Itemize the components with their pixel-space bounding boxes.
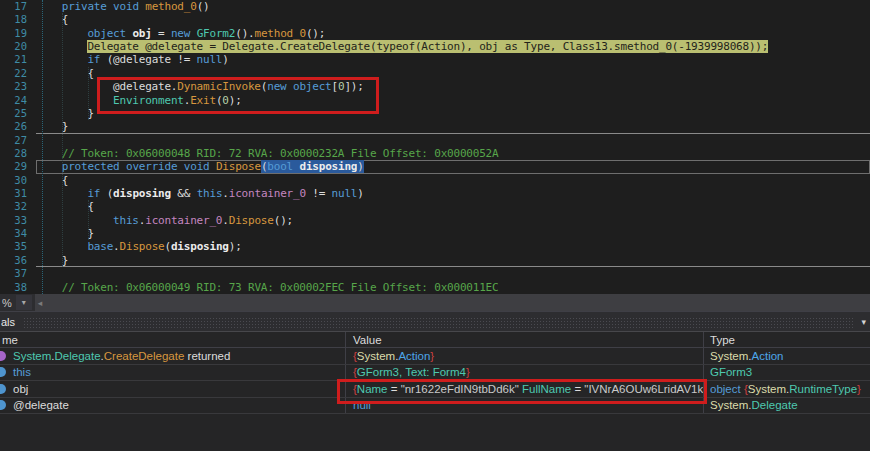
line-number[interactable]: 31 <box>0 187 36 200</box>
code-line[interactable]: 29 protected override void Dispose(bool … <box>0 160 870 173</box>
code-line[interactable]: 28 // Token: 0x06000048 RID: 72 RVA: 0x0… <box>0 147 870 160</box>
column-header-name[interactable]: me <box>0 332 345 347</box>
code-text: Delegate @delegate = Delegate.CreateDele… <box>36 40 870 53</box>
indent-guide <box>62 13 63 267</box>
local-variable-icon <box>0 384 6 394</box>
code-lines: 17 private void method_0()18 {19 object … <box>0 0 870 294</box>
line-number[interactable]: 24 <box>0 94 36 107</box>
code-text <box>36 267 870 280</box>
code-line[interactable]: 38 // Token: 0x06000049 RID: 73 RVA: 0x0… <box>0 281 870 294</box>
column-header-type[interactable]: Type <box>703 332 870 347</box>
locals-title-bar: als ▾ <box>0 312 870 331</box>
code-text: } <box>36 254 870 267</box>
zoom-percent-label: % <box>0 297 16 309</box>
locals-name-cell[interactable]: obj <box>0 381 345 397</box>
line-number[interactable]: 28 <box>0 147 36 160</box>
locals-column-headers: me Value Type <box>0 331 870 348</box>
locals-name-cell[interactable]: this <box>0 365 345 381</box>
line-number[interactable]: 19 <box>0 27 36 40</box>
code-line[interactable]: 20 Delegate @delegate = Delegate.CreateD… <box>0 40 870 53</box>
code-line[interactable]: 18 { <box>0 13 870 26</box>
line-number[interactable]: 33 <box>0 214 36 227</box>
code-text: // Token: 0x06000049 RID: 73 RVA: 0x0000… <box>36 281 870 294</box>
code-line[interactable]: 26 } <box>0 120 870 133</box>
locals-name-cell[interactable]: System.Delegate.CreateDelegate returned <box>0 348 345 364</box>
locals-row[interactable]: System.Delegate.CreateDelegate returned{… <box>0 348 870 365</box>
code-editor: 17 private void method_0()18 {19 object … <box>0 0 870 294</box>
line-number[interactable]: 18 <box>0 13 36 26</box>
code-text: } <box>36 120 870 133</box>
indent-guide <box>88 67 89 120</box>
code-line[interactable]: 33 this.icontainer_0.Dispose(); <box>0 214 870 227</box>
code-line[interactable]: 31 if (disposing && this.icontainer_0 !=… <box>0 187 870 200</box>
scroll-left-icon[interactable]: ◂ <box>35 298 43 308</box>
chevron-down-icon[interactable]: ▾ <box>861 317 870 327</box>
line-number[interactable]: 21 <box>0 53 36 66</box>
code-text: base.Dispose(disposing); <box>36 240 870 253</box>
line-number[interactable]: 25 <box>0 107 36 120</box>
line-number[interactable]: 30 <box>0 174 36 187</box>
line-number[interactable]: 17 <box>0 0 36 13</box>
gutter-separator <box>42 0 43 294</box>
locals-value-cell[interactable]: {System.Action} <box>345 348 703 364</box>
line-number[interactable]: 35 <box>0 240 36 253</box>
code-line[interactable]: 19 object obj = new GForm2().method_0(); <box>0 27 870 40</box>
returned-value-icon <box>0 351 6 361</box>
line-number[interactable]: 32 <box>0 200 36 213</box>
annotation-box-code <box>97 77 379 114</box>
code-line[interactable]: 17 private void method_0() <box>0 0 870 13</box>
locals-type-cell[interactable]: System.Delegate <box>703 398 870 414</box>
code-text <box>36 134 870 147</box>
line-number[interactable]: 26 <box>0 120 36 133</box>
locals-value-cell[interactable]: {GForm3, Text: Form4} <box>345 365 703 381</box>
locals-type-cell[interactable]: object {System.RuntimeType} <box>703 381 870 397</box>
code-text: { <box>36 13 870 26</box>
zoom-dropdown-button[interactable]: ▾ <box>16 295 32 310</box>
line-number[interactable]: 37 <box>0 267 36 280</box>
code-line[interactable]: 36 } <box>0 254 870 267</box>
line-number[interactable]: 36 <box>0 254 36 267</box>
code-line[interactable]: 21 if (@delegate != null) <box>0 53 870 66</box>
local-variable-icon <box>0 367 6 377</box>
code-line[interactable]: 30 { <box>0 174 870 187</box>
title-grip-texture <box>23 317 853 328</box>
line-number[interactable]: 20 <box>0 40 36 53</box>
code-line[interactable]: 35 base.Dispose(disposing); <box>0 240 870 253</box>
line-number[interactable]: 27 <box>0 134 36 147</box>
locals-type-cell[interactable]: GForm3 <box>703 365 870 381</box>
code-text: { <box>36 174 870 187</box>
code-text: object obj = new GForm2().method_0(); <box>36 27 870 40</box>
locals-title: als <box>0 316 15 328</box>
line-number[interactable]: 29 <box>0 160 36 173</box>
line-number[interactable]: 34 <box>0 227 36 240</box>
local-variable-icon <box>0 400 6 410</box>
editor-bottom-bar: % ▾ ◂ <box>0 294 870 311</box>
column-header-value[interactable]: Value <box>345 332 703 347</box>
line-number[interactable]: 22 <box>0 67 36 80</box>
code-line[interactable]: 34 } <box>0 227 870 240</box>
code-text: protected override void Dispose(bool dis… <box>36 160 870 173</box>
annotation-box-obj-value <box>337 379 707 404</box>
code-text: { <box>36 200 870 213</box>
code-text: this.icontainer_0.Dispose(); <box>36 214 870 227</box>
code-text: if (disposing && this.icontainer_0 != nu… <box>36 187 870 200</box>
code-text: // Token: 0x06000048 RID: 72 RVA: 0x0000… <box>36 147 870 160</box>
code-line[interactable]: 27 <box>0 134 870 147</box>
code-line[interactable]: 37 <box>0 267 870 280</box>
locals-type-cell[interactable]: System.Action <box>703 348 870 364</box>
code-line[interactable]: 32 { <box>0 200 870 213</box>
code-text: if (@delegate != null) <box>36 53 870 66</box>
code-text: private void method_0() <box>36 0 870 13</box>
line-number[interactable]: 38 <box>0 281 36 294</box>
line-number[interactable]: 23 <box>0 80 36 93</box>
indent-guide <box>88 200 89 240</box>
locals-name-cell[interactable]: @delegate <box>0 398 345 414</box>
horizontal-scrollbar[interactable]: ◂ <box>35 294 870 311</box>
locals-panel: als ▾ me Value Type System.Delegate.Crea… <box>0 311 870 451</box>
code-text: } <box>36 227 870 240</box>
